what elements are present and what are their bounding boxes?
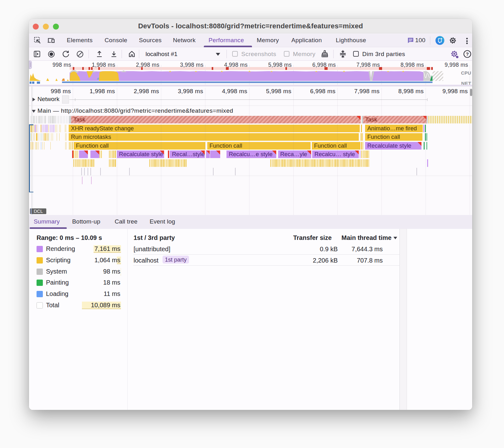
svg-text:?: ? <box>466 51 469 57</box>
